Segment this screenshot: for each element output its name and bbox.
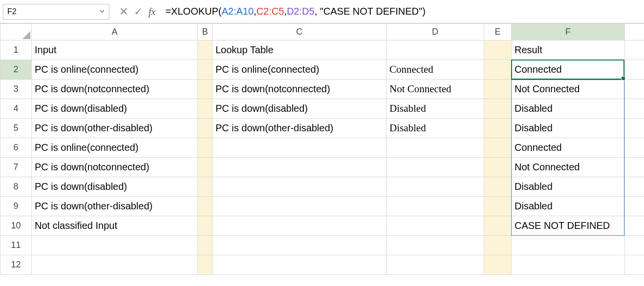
row-header-7[interactable]: 7 [0,158,32,177]
cell-B7[interactable] [198,158,213,177]
cell-C6[interactable] [213,138,386,158]
cell-F3[interactable]: Not Connected [512,80,625,99]
cell-B1[interactable] [198,41,213,60]
formula-bar-input[interactable]: =XLOOKUP(A2:A10,C2:C5,D2:D5, "CASE NOT D… [165,4,641,20]
cell-A4[interactable]: PC is down(disabled) [32,99,198,119]
cell-B12[interactable] [198,255,213,275]
col-header-E[interactable]: E [484,24,512,41]
cell-D4[interactable]: Disabled [386,99,484,119]
cell-G2[interactable] [625,60,644,80]
worksheet-grid[interactable]: A B C D E F 1 Input Lookup Table Result … [0,23,644,275]
cell-D2[interactable]: Connected [386,60,484,80]
cell-F11[interactable] [512,236,625,255]
insert-function-icon[interactable]: fx [149,7,155,17]
col-header-D[interactable]: D [386,24,484,41]
row-header-9[interactable]: 9 [0,197,32,216]
cell-F9[interactable]: Disabled [512,197,625,216]
cell-C9[interactable] [213,197,386,216]
cell-D8[interactable] [386,177,484,197]
cell-E5[interactable] [484,119,512,138]
cell-B5[interactable] [198,119,213,138]
cell-B4[interactable] [198,99,213,119]
cell-G6[interactable] [625,138,644,158]
cell-D11[interactable] [386,236,484,255]
cell-C5[interactable]: PC is down(other-disabled) [213,119,386,138]
cell-E9[interactable] [484,197,512,216]
cell-F2[interactable]: Connected [512,60,625,80]
cell-D10[interactable] [386,216,484,236]
row-header-3[interactable]: 3 [0,80,32,99]
cell-C4[interactable]: PC is down(disabled) [213,99,386,119]
cell-E3[interactable] [484,80,512,99]
cell-C3[interactable]: PC is down(notconnected) [213,80,386,99]
enter-icon[interactable]: ✓ [134,6,143,17]
cell-B2[interactable] [198,60,213,80]
cell-B10[interactable] [198,216,213,236]
row-header-12[interactable]: 12 [0,255,32,275]
cell-F5[interactable]: Disabled [512,119,625,138]
col-header-C[interactable]: C [213,24,386,41]
cell-E12[interactable] [484,255,512,275]
cell-A9[interactable]: PC is down(other-disabled) [32,197,198,216]
name-box[interactable]: F2 [3,4,109,20]
cell-A10[interactable]: Not classified Input [32,216,198,236]
row-header-5[interactable]: 5 [0,119,32,138]
cell-B11[interactable] [198,236,213,255]
row-header-4[interactable]: 4 [0,99,32,119]
cell-F4[interactable]: Disabled [512,99,625,119]
row-header-1[interactable]: 1 [0,41,32,60]
cell-A11[interactable] [32,236,198,255]
cell-G12[interactable] [625,255,644,275]
cell-G5[interactable] [625,119,644,138]
cancel-icon[interactable]: ✕ [119,6,128,17]
cell-E10[interactable] [484,216,512,236]
cell-F1[interactable]: Result [512,41,625,60]
cell-G8[interactable] [625,177,644,197]
cell-D9[interactable] [386,197,484,216]
cell-E2[interactable] [484,60,512,80]
cell-F10[interactable]: CASE NOT DEFINED [512,216,625,236]
cell-B8[interactable] [198,177,213,197]
cell-C10[interactable] [213,216,386,236]
cell-A3[interactable]: PC is down(notconnected) [32,80,198,99]
row-header-11[interactable]: 11 [0,236,32,255]
cell-A2[interactable]: PC is online(connected) [32,60,198,80]
cell-E7[interactable] [484,158,512,177]
select-all-corner[interactable] [0,24,32,41]
cell-F12[interactable] [512,255,625,275]
cell-C11[interactable] [213,236,386,255]
cell-B9[interactable] [198,197,213,216]
cell-A5[interactable]: PC is down(other-disabled) [32,119,198,138]
row-header-8[interactable]: 8 [0,177,32,197]
cell-B6[interactable] [198,138,213,158]
cell-G4[interactable] [625,99,644,119]
row-header-2[interactable]: 2 [0,60,32,80]
cell-A7[interactable]: PC is down(notconnected) [32,158,198,177]
row-header-10[interactable]: 10 [0,216,32,236]
cell-C8[interactable] [213,177,386,197]
chevron-down-icon[interactable] [99,7,105,16]
cell-C2[interactable]: PC is online(connected) [213,60,386,80]
cell-G1[interactable] [625,41,644,60]
cell-G3[interactable] [625,80,644,99]
cell-F6[interactable]: Connected [512,138,625,158]
cell-F7[interactable]: Not Connected [512,158,625,177]
cell-D3[interactable]: Not Connected [386,80,484,99]
cell-A8[interactable]: PC is down(disabled) [32,177,198,197]
cell-F8[interactable]: Disabled [512,177,625,197]
cell-A6[interactable]: PC is online(connected) [32,138,198,158]
cell-D12[interactable] [386,255,484,275]
cell-C12[interactable] [213,255,386,275]
cell-C7[interactable] [213,158,386,177]
cell-E11[interactable] [484,236,512,255]
cell-D7[interactable] [386,158,484,177]
col-header-A[interactable]: A [32,24,198,41]
cell-E1[interactable] [484,41,512,60]
col-header-G[interactable] [625,24,644,41]
cell-G9[interactable] [625,197,644,216]
col-header-F[interactable]: F [512,24,625,41]
cell-E4[interactable] [484,99,512,119]
cell-G10[interactable] [625,216,644,236]
cell-D6[interactable] [386,138,484,158]
cell-A1[interactable]: Input [32,41,198,60]
